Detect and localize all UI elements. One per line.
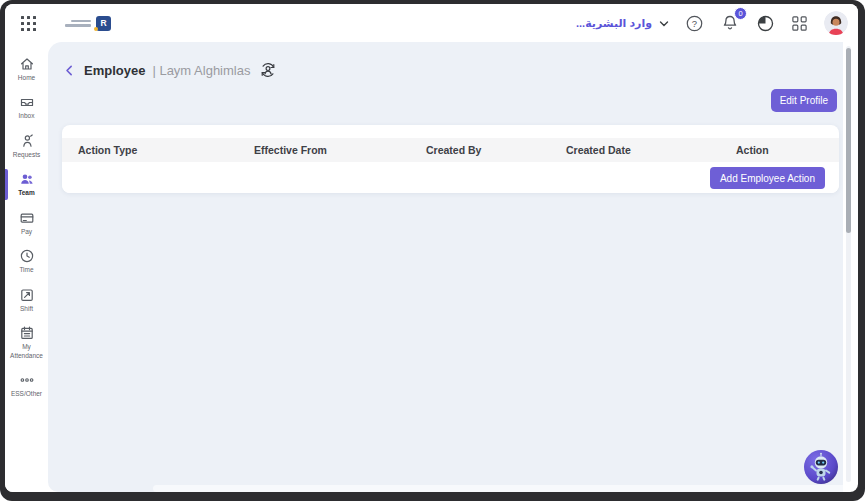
- app-launcher-icon[interactable]: [18, 13, 39, 34]
- sidebar-item-home[interactable]: Home: [5, 54, 48, 84]
- requests-person-icon: [19, 133, 35, 149]
- window-frame: R ...وارد البشرية ?: [0, 0, 865, 501]
- horizontal-scrollbar-track[interactable]: [153, 485, 843, 492]
- help-button[interactable]: ?: [685, 14, 704, 33]
- app-window: R ...وارد البشرية ?: [5, 4, 858, 492]
- page-title: Employee: [84, 63, 145, 78]
- sidebar-item-label: Pay: [21, 228, 32, 236]
- avatar-image: [824, 11, 848, 35]
- sidebar-item-time[interactable]: Time: [5, 246, 48, 276]
- sidebar-item-shift[interactable]: Shift: [5, 285, 48, 315]
- column-header-created-date: Created Date: [566, 144, 736, 156]
- sidebar-item-inbox[interactable]: Inbox: [5, 92, 48, 122]
- column-header-action: Action: [736, 144, 839, 156]
- home-icon: [19, 56, 35, 72]
- team-icon: [19, 171, 35, 187]
- notifications-button[interactable]: 0: [720, 13, 740, 34]
- vertical-scrollbar-thumb[interactable]: [846, 48, 851, 233]
- edit-profile-button[interactable]: Edit Profile: [771, 89, 837, 112]
- column-header-action-type: Action Type: [78, 144, 254, 156]
- ellipsis-dots-icon: [19, 372, 35, 388]
- brand-arabic-text: [65, 20, 91, 27]
- back-button[interactable]: [62, 63, 77, 78]
- chevron-down-icon: [659, 14, 669, 32]
- sidebar-item-label: Inbox: [19, 112, 35, 120]
- notification-badge: 0: [734, 7, 747, 20]
- time-clock-icon: [19, 248, 35, 264]
- sidebar-item-my-attendance[interactable]: My Attendance: [5, 323, 48, 362]
- add-employee-action-button[interactable]: Add Employee Action: [710, 167, 825, 189]
- sidebar-item-label: My Attendance: [6, 343, 47, 360]
- person-sync-icon: [259, 61, 277, 79]
- sidebar-item-label: Team: [18, 189, 35, 197]
- employee-actions-card: Action Type Effective From Created By Cr…: [62, 125, 839, 193]
- main-content: Employee | Laym Alghimlas Edit Profile A…: [48, 42, 843, 492]
- brand-letter: R: [100, 18, 106, 28]
- theme-contrast-button[interactable]: [756, 14, 775, 33]
- module-selector-label: ...وارد البشرية: [576, 17, 652, 30]
- employee-sync-button[interactable]: [259, 61, 277, 79]
- shift-icon: [19, 287, 35, 303]
- brand-dot: [94, 27, 98, 31]
- sidebar-item-label: Shift: [20, 305, 33, 313]
- table-empty-body: Add Employee Action: [62, 162, 839, 193]
- page-header: Employee | Laym Alghimlas: [62, 61, 277, 79]
- table-header-row: Action Type Effective From Created By Cr…: [62, 138, 839, 162]
- topbar-right: ...وارد البشرية ? 0: [576, 11, 848, 35]
- column-header-effective-from: Effective From: [254, 144, 426, 156]
- attendance-calendar-icon: [19, 325, 35, 341]
- sidebar-item-label: ESS/Other: [11, 390, 42, 398]
- sidebar-item-ess-other[interactable]: ESS/Other: [5, 370, 48, 400]
- module-selector[interactable]: ...وارد البشرية: [576, 14, 669, 32]
- topbar: R ...وارد البشرية ?: [5, 4, 858, 42]
- brand-logo[interactable]: R: [65, 16, 111, 31]
- employee-name: | Laym Alghimlas: [152, 63, 250, 78]
- topbar-left: R: [18, 13, 111, 34]
- chevron-left-icon: [63, 64, 76, 77]
- brand-mark-icon: R: [96, 16, 111, 31]
- half-circle-icon: [756, 14, 775, 33]
- column-header-created-by: Created By: [426, 144, 566, 156]
- sidebar-item-requests[interactable]: Requests: [5, 131, 48, 161]
- apps-grid-icon: [791, 15, 808, 32]
- user-avatar[interactable]: [824, 11, 848, 35]
- svg-text:?: ?: [692, 17, 697, 28]
- sidebar-item-label: Requests: [13, 151, 40, 159]
- sidebar-item-label: Time: [19, 266, 33, 274]
- chatbot-assistant-button[interactable]: [803, 449, 839, 485]
- sidebar-item-label: Home: [18, 74, 35, 82]
- pay-card-icon: [19, 210, 35, 226]
- robot-icon: [803, 449, 839, 485]
- sidebar-item-team[interactable]: Team: [5, 169, 48, 199]
- sidebar-item-pay[interactable]: Pay: [5, 208, 48, 238]
- sidebar: Home Inbox Requests Team: [5, 42, 48, 492]
- inbox-icon: [19, 94, 35, 110]
- help-icon: ?: [685, 14, 704, 33]
- apps-grid-button[interactable]: [791, 15, 808, 32]
